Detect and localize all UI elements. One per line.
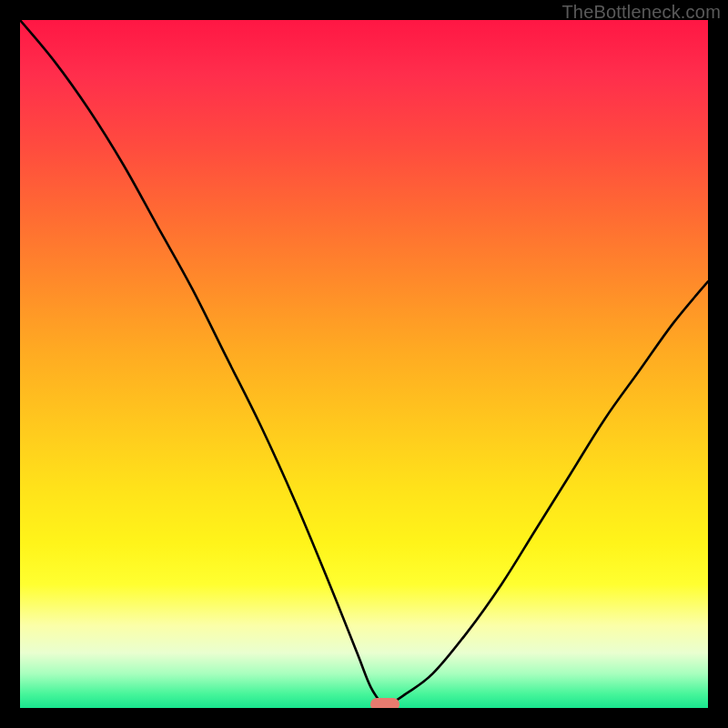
bottleneck-curve [20, 20, 708, 708]
curve-left-branch [20, 20, 385, 708]
curve-right-branch [385, 281, 708, 708]
chart-frame: TheBottleneck.com [0, 0, 728, 728]
minimum-marker [370, 698, 399, 708]
plot-area [20, 20, 708, 708]
